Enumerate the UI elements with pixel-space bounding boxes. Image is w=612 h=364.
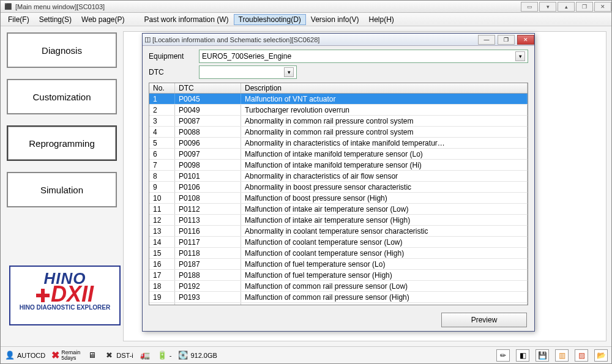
dtc-grid: No. DTC Description 1P0045Malfunction of… — [149, 83, 528, 305]
truck-icon: 🚛 — [140, 350, 151, 361]
status-user: 👤AUTOCD — [4, 350, 45, 361]
menu-help[interactable]: Help(H) — [364, 14, 399, 25]
table-row[interactable]: 7P0098Malfunction of intake manifold tem… — [149, 160, 528, 171]
table-row[interactable]: 17P0188Malfunction of fuel temperature s… — [149, 270, 528, 281]
equipment-label: Equipment — [149, 52, 199, 61]
table-row[interactable]: 13P0116Abnormality in coolant temperatur… — [149, 226, 528, 237]
modal-minimize[interactable]: — — [478, 35, 495, 45]
table-row[interactable]: 15P0118Malfunction of coolant temperatur… — [149, 248, 528, 259]
cell-no: 1 — [149, 94, 175, 104]
cell-dtc: P0201 — [175, 303, 241, 305]
cell-no: 10 — [149, 193, 175, 203]
cell-no: 9 — [149, 182, 175, 192]
table-row[interactable]: 6P0097Malfunction of intake manifold tem… — [149, 149, 528, 160]
table-row[interactable]: 2P0049Turbocharger revolution overrun — [149, 105, 528, 116]
col-dtc-header[interactable]: DTC — [175, 83, 241, 93]
table-row[interactable]: 20P0201Disconnection of solenoid valve d… — [149, 303, 528, 305]
cell-dtc: P0118 — [175, 248, 241, 258]
outer-title: [Main menu window][SC0103] — [15, 3, 520, 10]
cell-desc: Turbocharger revolution overrun — [241, 105, 528, 115]
dtc-label: DTC — [149, 68, 199, 76]
cell-no: 19 — [149, 292, 175, 302]
chevron-down-icon: ▾ — [284, 67, 294, 77]
cell-desc: Abnormality in characteristics of air fl… — [241, 171, 528, 181]
menu-pastwork[interactable]: Past work information (W) — [140, 14, 234, 25]
modal-maximize[interactable]: ❐ — [498, 35, 515, 45]
close-button[interactable]: ✕ — [594, 2, 611, 12]
cell-no: 16 — [149, 259, 175, 269]
cell-desc: Malfunction of common rail pressure sens… — [241, 292, 528, 302]
down-button[interactable]: ▾ — [539, 2, 556, 12]
table-row[interactable]: 18P0192Malfunction of common rail pressu… — [149, 281, 528, 292]
tool5-icon[interactable]: ▨ — [575, 349, 588, 362]
outer-titlebar: ⬛ [Main menu window][SC0103] ▭ ▾ ▴ ❐ ✕ — [1, 1, 611, 13]
cell-no: 17 — [149, 270, 175, 280]
table-row[interactable]: 1P0045Malfunction of VNT actuator — [149, 94, 528, 105]
restore-button[interactable]: ❐ — [576, 2, 593, 12]
menu-webpage[interactable]: Web page(P) — [76, 14, 129, 25]
sidebar-customization[interactable]: Customization — [7, 79, 117, 114]
cell-no: 13 — [149, 226, 175, 236]
cell-dtc: P0187 — [175, 259, 241, 269]
table-row[interactable]: 9P0106Abnormality in boost pressure sens… — [149, 182, 528, 193]
status-truck: 🚛 — [140, 350, 151, 361]
table-row[interactable]: 12P0113Malfunction of intake air tempera… — [149, 215, 528, 226]
cell-desc: Malfunction of intake manifold temperatu… — [241, 149, 528, 159]
outer-window-controls: ▭ ▾ ▴ ❐ ✕ — [520, 2, 611, 12]
cell-no: 18 — [149, 281, 175, 291]
modal-body: Equipment EURO5_700Series_Engine ▾ DTC ▾… — [143, 46, 534, 309]
table-row[interactable]: 8P0101Abnormality in characteristics of … — [149, 171, 528, 182]
table-row[interactable]: 3P0087Abnormality in common rail pressur… — [149, 116, 528, 127]
cross-icon — [36, 289, 50, 302]
cell-dtc: P0116 — [175, 226, 241, 236]
table-row[interactable]: 19P0193Malfunction of common rail pressu… — [149, 292, 528, 303]
cell-no: 15 — [149, 248, 175, 258]
cell-dtc: P0117 — [175, 237, 241, 247]
table-row[interactable]: 14P0117Malfunction of coolant temperatur… — [149, 237, 528, 248]
table-row[interactable]: 11P0112Malfunction of intake air tempera… — [149, 204, 528, 215]
table-row[interactable]: 5P0096Abnormality in characteristics of … — [149, 138, 528, 149]
modal-close[interactable]: ✕ — [517, 35, 534, 45]
battery-icon: 🔋 — [157, 350, 168, 361]
col-desc-header[interactable]: Description — [241, 83, 528, 93]
save-icon[interactable]: 💾 — [536, 349, 549, 362]
menu-version[interactable]: Version info(V) — [306, 14, 364, 25]
menu-file[interactable]: File(F) — [3, 14, 34, 25]
cell-desc: Malfunction of intake manifold temperatu… — [241, 160, 528, 170]
modal-titlebar: ◫ [Location information and Schematic se… — [143, 34, 534, 46]
col-no-header[interactable]: No. — [149, 83, 175, 93]
logo-line3: HINO DIAGNOSTIC EXPLORER — [13, 304, 117, 311]
folder-icon[interactable]: 📂 — [594, 349, 608, 362]
preview-button[interactable]: Preview — [441, 313, 527, 327]
cell-dtc: P0088 — [175, 127, 241, 137]
pencil-icon[interactable]: ✏ — [496, 349, 510, 362]
menu-setting[interactable]: Setting(S) — [34, 14, 76, 25]
equipment-combo[interactable]: EURO5_700Series_Engine ▾ — [199, 50, 528, 63]
tool4-icon[interactable]: ▥ — [555, 349, 569, 362]
cell-dtc: P0188 — [175, 270, 241, 280]
grid-body[interactable]: 1P0045Malfunction of VNT actuator2P0049T… — [149, 94, 528, 305]
cell-dtc: P0192 — [175, 281, 241, 291]
x-small-icon: ✖ — [103, 350, 114, 361]
minimize-button[interactable]: ▭ — [521, 2, 538, 12]
sidebar-reprogramming[interactable]: Reprogramming — [7, 125, 117, 161]
cell-no: 20 — [149, 303, 175, 305]
cell-desc: Disconnection of solenoid valve drive sy… — [241, 303, 528, 305]
cell-dtc: P0101 — [175, 171, 241, 181]
eraser-icon[interactable]: ◧ — [516, 349, 529, 362]
status-device: 🖥 — [86, 350, 97, 361]
cell-desc: Malfunction of intake air temperature se… — [241, 215, 528, 225]
table-row[interactable]: 4P0088Abnormality in common rail pressur… — [149, 127, 528, 138]
modal-icon: ◫ — [143, 35, 152, 43]
table-row[interactable]: 16P0187Malfunction of fuel temperature s… — [149, 259, 528, 270]
cell-desc: Malfunction of fuel temperature sensor (… — [241, 270, 528, 280]
sidebar-diagnosis[interactable]: Diagnosis — [7, 32, 117, 68]
table-row[interactable]: 10P0108Malfunction of boost pressure sen… — [149, 193, 528, 204]
menu-troubleshooting[interactable]: Troubleshooting(D) — [234, 14, 306, 25]
modal-title: [Location information and Schematic sele… — [152, 36, 477, 43]
dtc-combo[interactable]: ▾ — [199, 65, 297, 79]
sidebar-simulation[interactable]: Simulation — [7, 172, 117, 207]
cell-desc: Malfunction of VNT actuator — [241, 94, 528, 104]
disk-icon: 💽 — [177, 350, 188, 361]
up-button[interactable]: ▴ — [558, 2, 575, 12]
